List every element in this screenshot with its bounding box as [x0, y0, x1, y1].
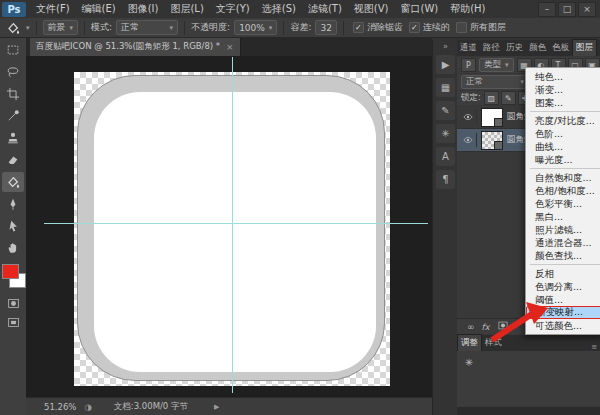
- checkbox-icon[interactable]: [456, 22, 467, 33]
- menu-item-3[interactable]: 图层(L): [164, 2, 209, 16]
- close-button[interactable]: ×: [578, 2, 596, 17]
- adjustment-menu-item[interactable]: 图案...: [526, 96, 600, 109]
- panel-tab[interactable]: 色板: [549, 40, 572, 56]
- paint-bucket-tool[interactable]: [2, 172, 24, 192]
- panel-menu-icon[interactable]: ≡: [588, 343, 600, 351]
- adjustment-menu-item[interactable]: 通道混合器...: [526, 236, 600, 249]
- direct-selection-tool[interactable]: [2, 216, 24, 236]
- blend-mode-value: 正常: [466, 76, 483, 88]
- paint-bucket-tool-icon[interactable]: [4, 20, 22, 36]
- lasso-tool[interactable]: [2, 62, 24, 82]
- checkbox-icon[interactable]: ✓: [353, 22, 364, 33]
- minimize-button[interactable]: –: [538, 2, 556, 17]
- maximize-button[interactable]: □: [558, 2, 576, 17]
- quick-mask-icon[interactable]: [2, 295, 24, 311]
- screen-mode-icon[interactable]: [2, 314, 24, 330]
- zoom-level[interactable]: 51.26%: [44, 402, 76, 412]
- panel-tab[interactable]: 图层: [572, 39, 597, 56]
- crop-tool[interactable]: [2, 84, 24, 104]
- checkbox-icon[interactable]: ✓: [409, 22, 420, 33]
- adjustment-menu-item[interactable]: 渐变...: [526, 83, 600, 96]
- tolerance-input[interactable]: 32: [315, 20, 336, 35]
- adjustment-menu-item[interactable]: 色彩平衡...: [526, 197, 600, 210]
- adjustment-menu-item[interactable]: 色阶...: [526, 127, 600, 140]
- layer-thumbnail[interactable]: [481, 108, 503, 127]
- link-icon[interactable]: ∞: [467, 322, 475, 332]
- menu-item-4[interactable]: 文字(Y): [210, 2, 256, 16]
- menu-item-2[interactable]: 图像(I): [122, 2, 165, 16]
- pen-tool[interactable]: [2, 194, 24, 214]
- adjustment-menu-item[interactable]: 亮度/对比度...: [526, 114, 600, 127]
- adjustment-menu-item[interactable]: 色调分离...: [526, 280, 600, 293]
- layer-style-badge-icon: [494, 141, 503, 150]
- menu-item-9[interactable]: 帮助(H): [444, 2, 491, 16]
- status-arrow-icon[interactable]: ▶: [214, 403, 219, 411]
- filter-type-dropdown[interactable]: 类型 ▾: [479, 58, 514, 72]
- adjustment-menu-item[interactable]: 照片滤镜...: [526, 223, 600, 236]
- menu-item-7[interactable]: 视图(V): [348, 2, 395, 16]
- adjustment-preset-icon[interactable]: ✳: [461, 355, 477, 369]
- menu-item-8[interactable]: 窗口(W): [394, 2, 444, 16]
- adjustment-menu-item[interactable]: 反相: [526, 267, 600, 280]
- adjustment-menu-item[interactable]: 曝光度...: [526, 153, 600, 166]
- opacity-value: 100%: [239, 23, 265, 33]
- lock-transparent-icon[interactable]: ▨: [484, 91, 499, 105]
- option-checkbox-2[interactable]: 所有图层: [456, 21, 506, 34]
- menu-item-0[interactable]: 文件(F): [30, 2, 76, 16]
- tolerance-label: 容差:: [290, 21, 311, 34]
- layer-thumbnail[interactable]: [481, 131, 503, 150]
- actions-panel-icon[interactable]: ▶: [436, 55, 455, 74]
- opacity-label: 不透明度:: [191, 21, 230, 34]
- menu-item-5[interactable]: 选择(S): [256, 2, 302, 16]
- document-tab[interactable]: 百度贴吧ICON @ 51.3%(圆角矩形 1, RGB/8) * ×: [30, 38, 241, 56]
- panel-tab[interactable]: 通道: [457, 40, 480, 56]
- adjustment-menu-item[interactable]: 自然饱和度...: [526, 171, 600, 184]
- blend-mode-dropdown[interactable]: 正常 ▾: [461, 75, 529, 89]
- expand-panels-chevron-icon[interactable]: »: [433, 40, 458, 51]
- document-tab-strip: 百度贴吧ICON @ 51.3%(圆角矩形 1, RGB/8) * ×: [26, 38, 432, 56]
- tool-preset-caret-icon[interactable]: ▾: [26, 24, 30, 32]
- layer-visibility-eye-icon[interactable]: [460, 133, 477, 147]
- bottom-panel-tab[interactable]: 调整: [457, 334, 482, 351]
- layer-visibility-eye-icon[interactable]: [460, 110, 477, 124]
- filter-funnel-icon[interactable]: P: [461, 58, 476, 72]
- mode-dropdown[interactable]: 正常 ▾: [116, 20, 178, 35]
- rectangular-marquee-tool[interactable]: [2, 40, 24, 60]
- hand-tool[interactable]: [2, 238, 24, 258]
- lock-brush-icon[interactable]: ✎: [501, 91, 516, 105]
- opacity-dropdown[interactable]: 100% ▾: [234, 20, 277, 35]
- rounded-rectangle-inner: [94, 92, 376, 372]
- panel-tab[interactable]: 路径: [480, 40, 503, 56]
- brush-panel-icon[interactable]: ✎: [436, 101, 455, 120]
- option-checkbox-0[interactable]: ✓消除锯齿: [353, 21, 403, 34]
- adjustment-menu-item[interactable]: 色相/饱和度...: [526, 184, 600, 197]
- eraser-tool[interactable]: [2, 150, 24, 170]
- tab-close-icon[interactable]: ×: [226, 42, 234, 52]
- menu-item-6[interactable]: 滤镜(T): [302, 2, 348, 16]
- panel-tab[interactable]: 历史: [503, 40, 526, 56]
- character-panel-icon[interactable]: A: [436, 147, 455, 166]
- canvas-area[interactable]: [26, 56, 432, 397]
- fill-source-dropdown[interactable]: 前景 ▾: [43, 20, 79, 35]
- eyedropper-tool[interactable]: [2, 106, 24, 126]
- info-panel-icon[interactable]: ▦: [436, 78, 455, 97]
- vertical-guide: [232, 57, 233, 393]
- foreground-color-swatch[interactable]: [2, 264, 19, 279]
- clone-stamp-tool[interactable]: [2, 128, 24, 148]
- adjustment-menu-item[interactable]: 黑白...: [526, 210, 600, 223]
- paragraph-panel-icon[interactable]: ¶: [436, 170, 455, 189]
- adjustment-menu-item[interactable]: 颜色查找...: [526, 249, 600, 262]
- menu-item-1[interactable]: 编辑(E): [76, 2, 122, 16]
- adjustment-menu-item[interactable]: 曲线...: [526, 140, 600, 153]
- menu-separator: [530, 111, 600, 112]
- brush-presets-panel-icon[interactable]: ✳: [436, 124, 455, 143]
- option-checkboxes: ✓消除锯齿✓连续的所有图层: [350, 21, 509, 34]
- panel-tab[interactable]: 颜色: [526, 40, 549, 56]
- option-checkbox-1[interactable]: ✓连续的: [409, 21, 450, 34]
- collapsed-panel-strip: » ▶▦✎✳A¶: [432, 40, 458, 415]
- red-annotation-arrow: [488, 296, 552, 344]
- separator: [84, 21, 85, 35]
- adjustment-menu-item[interactable]: 纯色...: [526, 70, 600, 83]
- chevron-down-icon: ▾: [70, 24, 74, 32]
- menu-separator: [530, 264, 600, 265]
